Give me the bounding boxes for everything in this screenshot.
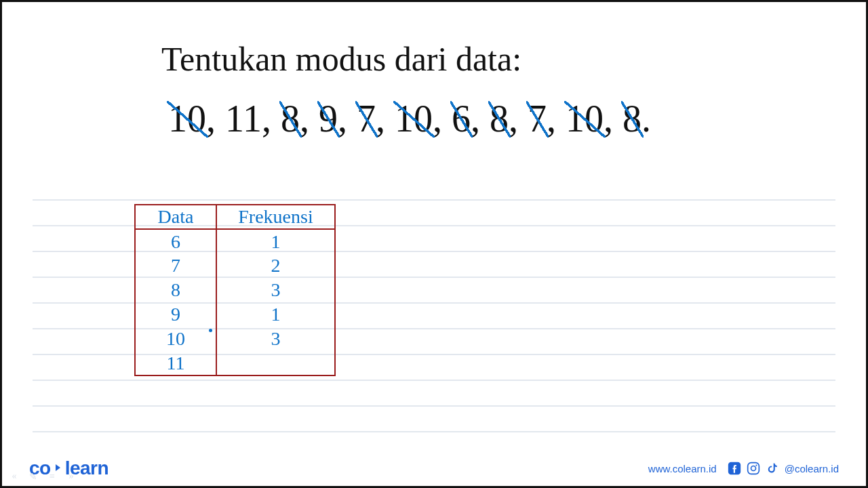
data-number: 10 <box>566 97 604 140</box>
cell-data: 9 <box>135 302 216 327</box>
table-header-row: Data Frekuensi <box>135 205 335 229</box>
cell-data: 7 <box>135 253 216 278</box>
stray-dot <box>209 329 212 332</box>
data-number: 8 <box>623 97 642 140</box>
data-number: 10 <box>395 97 433 140</box>
facebook-icon <box>728 462 741 475</box>
data-number: 6 <box>452 97 471 140</box>
data-number: 8 <box>490 97 509 140</box>
svg-point-3 <box>755 465 757 466</box>
cell-frekuensi: 1 <box>216 229 335 253</box>
cell-data: 6 <box>135 229 216 253</box>
data-number: 10 <box>168 97 206 140</box>
table-body: 6172839110311 <box>135 229 335 375</box>
data-number: 7 <box>357 97 376 140</box>
forward-icon: » <box>66 471 77 482</box>
footer-bar: co learn www.colearn.id @colearn.id <box>2 451 866 486</box>
cell-frekuensi: 1 <box>216 302 335 327</box>
svg-rect-1 <box>747 463 759 474</box>
header-data: Data <box>135 205 216 229</box>
frequency-table: Data Frekuensi 6172839110311 <box>134 204 336 376</box>
list-icon: ≡ <box>47 471 58 482</box>
cell-frekuensi: 3 <box>216 327 335 351</box>
table-row: 11 <box>135 351 335 375</box>
footer-right: www.colearn.id @colearn.id <box>648 462 839 475</box>
cell-frekuensi: 2 <box>216 253 335 278</box>
social-group: @colearn.id <box>728 462 839 475</box>
cell-frekuensi <box>216 351 335 375</box>
website-url: www.colearn.id <box>648 463 717 474</box>
cell-data: 8 <box>135 278 216 302</box>
social-handle: @colearn.id <box>785 463 839 474</box>
player-hint-icons: « ✎ ≡ » <box>9 471 77 482</box>
svg-point-2 <box>751 466 755 471</box>
table-row: 83 <box>135 278 335 302</box>
cell-frekuensi: 3 <box>216 278 335 302</box>
cell-data: 11 <box>135 351 216 375</box>
table-row: 91 <box>135 302 335 327</box>
data-number: 7 <box>528 97 547 140</box>
table-row: 72 <box>135 253 335 278</box>
content-area: Tentukan modus dari data: 10, 11, 8, 9, … <box>33 2 835 445</box>
data-number: 9 <box>319 97 338 140</box>
whiteboard-frame: Tentukan modus dari data: 10, 11, 8, 9, … <box>0 0 868 488</box>
rewind-icon: « <box>9 471 20 482</box>
question-title: Tentukan modus dari data: <box>161 39 802 79</box>
data-number: 11 <box>225 97 262 140</box>
table-row: 103 <box>135 327 335 351</box>
cell-data: 10 <box>135 327 216 351</box>
instagram-icon <box>747 462 760 475</box>
table-row: 61 <box>135 229 335 253</box>
question-data-row: 10, 11, 8, 9, 7, 10, 6, 8, 7, 10, 8. <box>168 97 768 140</box>
header-frekuensi: Frekuensi <box>216 205 335 229</box>
draw-icon: ✎ <box>28 471 39 482</box>
play-icon <box>56 464 60 471</box>
tiktok-icon <box>766 462 779 475</box>
data-number: 8 <box>281 97 300 140</box>
